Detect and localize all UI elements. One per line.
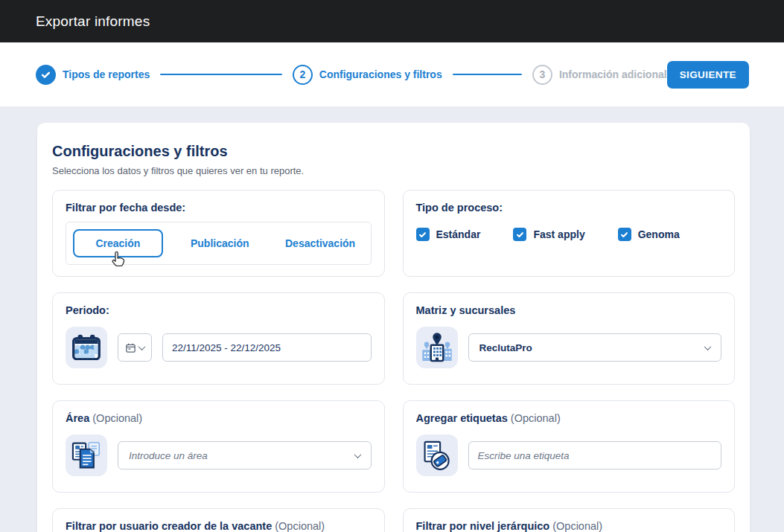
checkbox-fast-apply[interactable]: Fast apply [513,228,584,241]
tab-publicacion[interactable]: Publicación [176,229,264,257]
date-filter-tabs: Creación Publicación Desactivación [66,222,372,265]
step-label: Información adicional [559,68,667,80]
period-date-range-input[interactable] [162,333,372,362]
panels-grid: Filtrar por fecha desde: Creación Public… [52,190,735,532]
optional-tag: (Opcional) [552,520,602,532]
panel-hierarchy-filter: Filtrar por nivel jerárquico (Opcional) [403,508,736,532]
panel-date-filter: Filtrar por fecha desde: Creación Public… [52,190,385,277]
area-placeholder: Introduce un área [129,450,208,461]
step-number-icon: 2 [293,65,313,85]
tags-input[interactable] [468,441,722,469]
panel-area: Área (Opcional) [52,400,385,493]
tab-desactivacion[interactable]: Desactivación [277,229,364,257]
panel-period: Periodo: [52,292,385,385]
branches-select[interactable]: ReclutaPro [468,333,722,362]
branches-label: Matriz y sucursales [416,304,722,316]
stepper-connector [453,74,522,75]
chevron-down-icon [704,343,712,350]
buildings-illustration-icon [416,327,458,368]
card-subtitle: Selecciona los datos y filtros que quier… [52,165,735,176]
date-filter-label: Filtrar por fecha desde: [66,202,372,214]
stepper-bar: Tipos de reportes 2 Configuraciones y fi… [0,42,784,106]
config-card: Configuraciones y filtros Selecciona los… [37,123,750,532]
checkbox-estandar[interactable]: Estándar [416,228,481,241]
panel-creator-filter: Filtrar por usuario creador de la vacant… [52,508,385,532]
stepper-step-configuraciones[interactable]: 2 Configuraciones y filtros [293,65,442,85]
checked-checkbox-icon [618,228,631,241]
step-number-icon: 3 [532,65,552,85]
chevron-down-icon [138,343,146,350]
stepper-step-informacion-adicional[interactable]: 3 Información adicional [532,65,667,85]
optional-tag: (Opcional) [92,412,142,424]
panel-tags: Agregar etiquetas (Opcional) [403,400,736,493]
main-content: Configuraciones y filtros Selecciona los… [0,106,784,532]
panel-branches: Matriz y sucursales [403,292,736,385]
app-header: Exportar informes [0,0,784,42]
siguiente-button[interactable]: SIGUIENTE [667,61,749,89]
process-type-label: Tipo de proceso: [416,202,722,214]
checkbox-genoma[interactable]: Genoma [618,228,680,241]
card-title: Configuraciones y filtros [52,143,735,160]
page-title: Exportar informes [36,13,150,30]
calendar-dropdown-icon [125,342,136,353]
check-icon [36,65,56,85]
checked-checkbox-icon [513,228,526,241]
calendar-dropdown-button[interactable] [118,333,152,362]
checkbox-label: Estándar [436,228,481,240]
optional-tag: (Opcional) [275,520,325,532]
calendar-illustration-icon [66,327,107,368]
optional-tag: (Opcional) [511,412,561,424]
area-label: Área (Opcional) [66,412,372,424]
step-label: Configuraciones y filtros [319,68,442,80]
step-label: Tipos de reportes [63,68,150,80]
tags-label: Agregar etiquetas (Opcional) [416,412,722,424]
checkbox-label: Fast apply [533,228,584,240]
tag-illustration-icon [416,435,458,476]
hierarchy-filter-label: Filtrar por nivel jerárquico (Opcional) [416,520,722,532]
stepper-step-tipos-de-reportes[interactable]: Tipos de reportes [36,65,150,85]
checkbox-label: Genoma [638,228,680,240]
chevron-down-icon [354,451,361,458]
creator-filter-label: Filtrar por usuario creador de la vacant… [66,520,372,532]
period-label: Periodo: [66,304,372,316]
checked-checkbox-icon [416,228,430,241]
process-type-options: Estándar Fast apply Genoma [416,228,722,241]
documents-illustration-icon [66,435,107,476]
branches-selected-value: ReclutaPro [479,342,532,353]
area-select[interactable]: Introduce un área [118,441,372,469]
stepper-connector [160,74,282,75]
tab-creacion[interactable]: Creación [73,229,163,257]
panel-process-type: Tipo de proceso: Estándar Fast apply [403,190,736,277]
